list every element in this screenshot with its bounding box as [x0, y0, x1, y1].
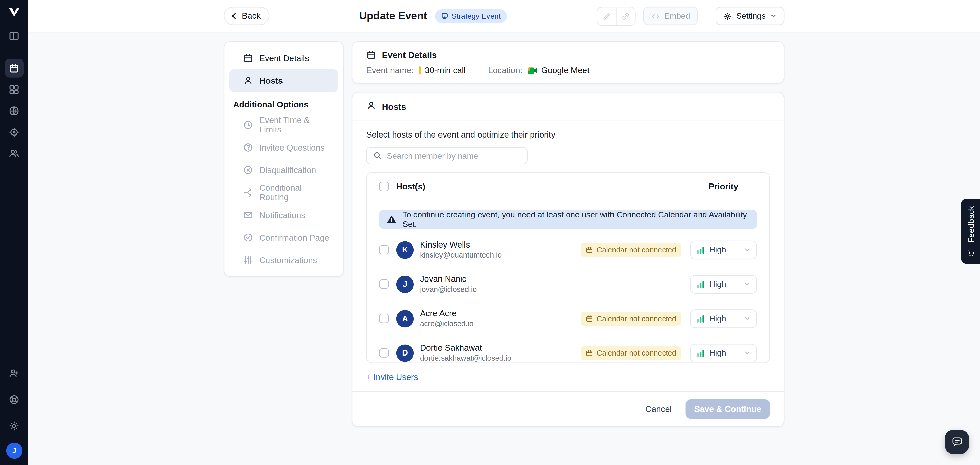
warning-text: To continue creating event, you need at … [402, 210, 749, 229]
clock-icon [243, 120, 253, 130]
details-card-title: Event Details [382, 50, 437, 60]
host-avatar: D [396, 344, 414, 361]
back-button[interactable]: Back [224, 7, 269, 25]
support-icon[interactable] [5, 390, 23, 409]
feedback-label: Feedback [966, 206, 975, 243]
host-row: A Acre Acre acre@iclosed.io Calend [367, 301, 770, 336]
calendar-not-connected-badge: Calendar not connected [580, 346, 681, 360]
embed-button[interactable]: Embed [643, 7, 698, 25]
panels-icon[interactable] [5, 26, 23, 45]
calendar-nav-icon[interactable] [5, 59, 23, 77]
chevron-left-icon [230, 12, 238, 20]
hosts-table: Host(s) Priority To continue creati [366, 172, 770, 363]
calendar-not-connected-badge: Calendar not connected [580, 243, 681, 256]
person-icon [243, 76, 253, 86]
check-circle-icon [243, 232, 253, 242]
hosts-card: Hosts Select hosts of the event and opti… [352, 92, 784, 427]
code-icon [651, 12, 660, 20]
team-icon[interactable] [5, 144, 23, 162]
location-label: Location: [488, 65, 522, 75]
priority-column-header: Priority [690, 182, 757, 191]
nav-item-notifications[interactable]: Notifications [229, 204, 338, 226]
additional-options-label: Additional Options [229, 92, 338, 114]
host-avatar: K [396, 241, 414, 258]
google-meet-icon [528, 66, 538, 75]
warning-banner: To continue creating event, you need at … [380, 210, 757, 229]
chat-launcher-button[interactable] [945, 430, 969, 454]
priority-select[interactable]: High [690, 275, 757, 293]
nav-item-hosts[interactable]: Hosts [229, 69, 338, 92]
nav-item-customizations[interactable]: Customizations [229, 249, 338, 271]
hosts-subtitle: Select hosts of the event and optimize t… [366, 130, 770, 139]
search-input[interactable] [387, 151, 520, 160]
hosts-footer: Cancel Save & Continue [352, 391, 784, 426]
event-name-value: 30-min call [425, 65, 466, 75]
invite-user-icon[interactable] [5, 364, 23, 382]
host-email: dortie.sakhawat@iclosed.io [420, 354, 580, 362]
host-name: Kinsley Wells [420, 240, 580, 249]
event-details-summary-card: Event Details Event name: 30-min call Lo… [352, 41, 784, 84]
edit-icon-button[interactable] [597, 7, 616, 25]
host-name: Dortie Sakhawat [420, 343, 580, 352]
warning-icon [387, 215, 396, 224]
cart-icon [966, 248, 975, 257]
priority-select[interactable]: High [690, 240, 757, 259]
target-icon[interactable] [5, 123, 23, 141]
nav-item-invitee-questions[interactable]: Invitee Questions [229, 136, 338, 159]
nav-item-disqualification[interactable]: Disqualification [229, 159, 338, 181]
host-name: Acre Acre [420, 309, 580, 318]
host-checkbox[interactable] [380, 348, 389, 358]
nav-item-conditional-routing[interactable]: Conditional Routing [229, 181, 338, 204]
settings-button[interactable]: Settings [716, 7, 784, 25]
gear-icon[interactable] [5, 416, 23, 435]
copy-link-icon-button[interactable] [616, 7, 635, 25]
hosts-column-header: Host(s) [396, 182, 425, 191]
chevron-down-icon [770, 13, 777, 19]
save-continue-button[interactable]: Save & Continue [686, 400, 770, 419]
location-value: Google Meet [541, 65, 590, 75]
app-logo [7, 6, 21, 21]
host-checkbox[interactable] [380, 279, 389, 289]
event-name-label: Event name: [366, 65, 414, 75]
question-circle-icon [243, 142, 253, 152]
signal-bars-icon [696, 280, 705, 288]
host-avatar: J [396, 275, 414, 293]
sidebar: J [0, 0, 28, 465]
event-name-marker [418, 66, 420, 75]
calendar-icon [243, 53, 253, 63]
priority-select[interactable]: High [690, 344, 757, 362]
invite-users-link[interactable]: + Invite Users [366, 373, 418, 382]
x-circle-icon [243, 165, 253, 175]
priority-select[interactable]: High [690, 309, 757, 328]
globe-icon[interactable] [5, 101, 23, 120]
host-row: K Kinsley Wells kinsley@quantumtech.io [367, 232, 770, 267]
host-checkbox[interactable] [380, 245, 389, 255]
feedback-tab[interactable]: Feedback [961, 199, 980, 264]
nav-item-event-time-limits[interactable]: Event Time & Limits [229, 114, 338, 136]
event-settings-nav: Event Details Hosts Additional Options [224, 41, 344, 277]
nav-item-event-details[interactable]: Event Details [229, 47, 338, 69]
content-area: Event Details Hosts Additional Options [28, 32, 980, 465]
top-header: Back Update Event Strategy Event [28, 0, 980, 32]
chevron-down-icon [744, 281, 751, 288]
host-checkbox[interactable] [380, 314, 389, 323]
hosts-table-header: Host(s) Priority [367, 172, 770, 201]
user-avatar[interactable]: J [6, 443, 22, 459]
person-icon [366, 100, 376, 113]
calendar-icon [366, 50, 376, 60]
chat-bubble-icon [951, 436, 963, 448]
signal-bars-icon [696, 348, 705, 357]
mail-icon [243, 210, 253, 220]
cancel-button[interactable]: Cancel [638, 400, 679, 418]
app-window: J Back Update Event [0, 0, 980, 465]
chevron-down-icon [744, 315, 751, 322]
host-row: J Jovan Nanic jovan@iclosed.io [367, 267, 770, 301]
nav-item-confirmation-page[interactable]: Confirmation Page [229, 226, 338, 249]
member-search [366, 147, 528, 165]
select-all-checkbox[interactable] [380, 182, 389, 191]
host-email: acre@iclosed.io [420, 319, 580, 328]
apps-grid-icon[interactable] [5, 80, 23, 99]
search-icon [373, 151, 382, 160]
chevron-down-icon [744, 246, 751, 253]
calendar-not-connected-badge: Calendar not connected [580, 312, 681, 325]
